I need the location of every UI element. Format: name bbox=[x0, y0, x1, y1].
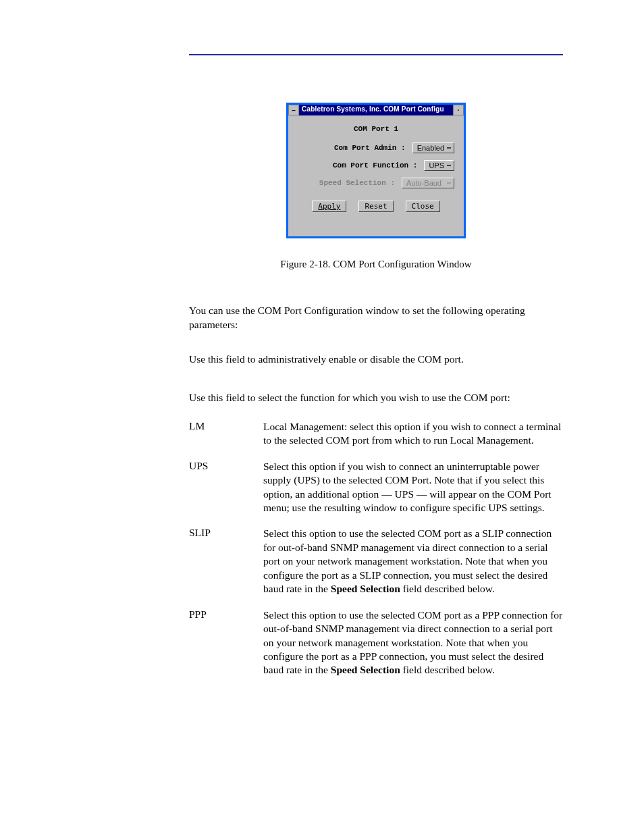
desc-slip-bold: Speed Selection bbox=[331, 583, 400, 594]
header-rule bbox=[189, 54, 563, 55]
def-lm: LM Local Management: select this option … bbox=[189, 420, 563, 448]
term-ups: UPS bbox=[189, 460, 263, 515]
intro-paragraph: You can use the COM Port Configuration w… bbox=[189, 304, 563, 332]
com-port-dialog: – Cabletron Systems, Inc. COM Port Confi… bbox=[286, 103, 466, 238]
def-ups: UPS Select this option if you wish to co… bbox=[189, 460, 563, 515]
row-speed-selection: Speed Selection : Auto-Baud bbox=[298, 178, 454, 188]
term-lm: LM bbox=[189, 420, 263, 448]
term-slip: SLIP bbox=[189, 527, 263, 596]
desc-lm: Local Management: select this option if … bbox=[263, 420, 563, 448]
label-com-port-function: Com Port Function : bbox=[333, 161, 417, 170]
label-speed-selection: Speed Selection : bbox=[319, 179, 395, 187]
desc-slip: Select this option to use the selected C… bbox=[263, 527, 563, 596]
admin-description: Use this field to administratively enabl… bbox=[189, 353, 563, 367]
dialog-header: COM Port 1 bbox=[298, 125, 454, 133]
function-description: Use this field to select the function fo… bbox=[189, 391, 563, 405]
apply-button[interactable]: Apply bbox=[312, 201, 346, 212]
desc-ppp-bold: Speed Selection bbox=[331, 664, 400, 675]
figure-caption: Figure 2-18. COM Port Configuration Wind… bbox=[189, 259, 563, 270]
dialog-title: Cabletron Systems, Inc. COM Port Configu bbox=[299, 105, 453, 115]
close-button[interactable]: Close bbox=[406, 201, 440, 212]
term-ppp: PPP bbox=[189, 608, 263, 677]
def-ppp: PPP Select this option to use the select… bbox=[189, 608, 563, 677]
desc-ppp-post: field described below. bbox=[400, 664, 495, 675]
dialog-button-row: Apply Reset Close bbox=[298, 201, 454, 212]
row-com-port-admin: Com Port Admin : Enabled bbox=[298, 142, 454, 153]
window-menu-icon[interactable]: – bbox=[288, 105, 299, 115]
row-com-port-function: Com Port Function : UPS bbox=[298, 160, 454, 171]
desc-ups: Select this option if you wish to connec… bbox=[263, 460, 563, 515]
select-com-port-admin[interactable]: Enabled bbox=[412, 142, 454, 153]
select-com-port-function[interactable]: UPS bbox=[424, 160, 454, 171]
desc-slip-post: field described below. bbox=[400, 583, 495, 594]
com-port-dialog-figure: – Cabletron Systems, Inc. COM Port Confi… bbox=[286, 103, 466, 238]
reset-button[interactable]: Reset bbox=[358, 201, 393, 212]
select-speed-selection: Auto-Baud bbox=[402, 178, 454, 188]
function-definitions: LM Local Management: select this option … bbox=[189, 420, 563, 677]
def-slip: SLIP Select this option to use the selec… bbox=[189, 527, 563, 596]
dialog-titlebar: – Cabletron Systems, Inc. COM Port Confi… bbox=[288, 105, 464, 115]
desc-ppp: Select this option to use the selected C… bbox=[263, 608, 563, 677]
label-com-port-admin: Com Port Admin : bbox=[334, 144, 406, 152]
window-iconify-icon[interactable]: · bbox=[453, 105, 464, 115]
